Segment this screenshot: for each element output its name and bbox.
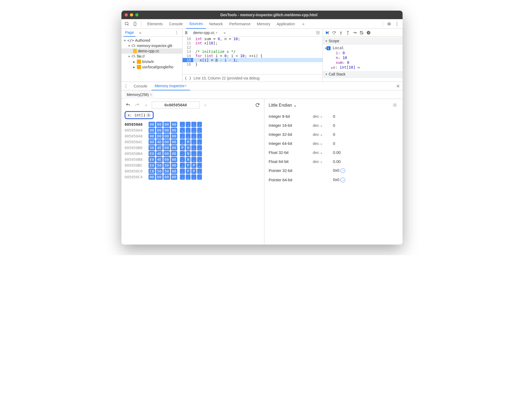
hex-byte[interactable]: 00 [163, 157, 170, 162]
hex-byte[interactable]: E0 [149, 157, 155, 162]
tab-memory-inspector[interactable]: Memory Inspector × [151, 82, 190, 90]
tab-performance[interactable]: Performance [226, 19, 253, 29]
hex-byte[interactable]: 00 [156, 174, 163, 180]
ascii-byte[interactable]: . [180, 174, 185, 180]
hex-byte[interactable]: 00 [156, 122, 163, 127]
minimize-icon[interactable] [130, 13, 133, 16]
hex-byte[interactable]: 00 [171, 139, 178, 145]
ascii-byte[interactable]: . [186, 174, 191, 180]
gear-icon[interactable] [391, 102, 398, 108]
memory-icon[interactable]: ▭ [358, 65, 360, 69]
ascii-byte[interactable]: . [191, 139, 196, 145]
hex-byte[interactable]: 00 [163, 151, 170, 156]
ascii-byte[interactable]: . [180, 133, 185, 139]
hex-byte[interactable]: 50 [156, 169, 163, 174]
ascii-byte[interactable]: . [180, 169, 185, 174]
ascii-byte[interactable]: . [180, 151, 185, 156]
ascii-byte[interactable]: . [197, 169, 202, 174]
scope-header[interactable]: ▼Scope [323, 38, 403, 44]
format-select[interactable]: dec ⌄ [313, 150, 329, 155]
tree-file-demo-cpp[interactable]: demo-cpp.cc [121, 48, 182, 54]
ascii-byte[interactable]: P [191, 169, 196, 174]
tab-sources[interactable]: Sources [186, 19, 206, 29]
hex-byte[interactable]: 80 [149, 139, 155, 145]
device-icon[interactable] [132, 20, 138, 27]
code-line[interactable]: 13/* initialize x */ [183, 49, 323, 54]
hex-byte[interactable]: 00 [163, 122, 170, 127]
hex-byte[interactable]: E0 [149, 163, 155, 168]
tab-page[interactable]: Page [124, 29, 136, 37]
run-snippet-icon[interactable] [315, 29, 322, 36]
address-input[interactable] [152, 102, 200, 108]
ascii-byte[interactable]: . [186, 128, 191, 133]
ascii-byte[interactable]: . [191, 157, 196, 162]
ascii-byte[interactable]: . [191, 174, 196, 180]
hex-byte[interactable]: 00 [171, 128, 178, 133]
ascii-byte[interactable]: . [197, 163, 202, 168]
hex-byte[interactable]: 00 [171, 151, 178, 156]
hex-byte[interactable]: 00 [163, 128, 170, 133]
ascii-byte[interactable]: N [186, 151, 191, 156]
hex-byte[interactable]: 4E [156, 145, 163, 150]
hex-byte[interactable]: 00 [171, 163, 178, 168]
format-select[interactable]: dec ⌄ [313, 132, 329, 137]
ascii-byte[interactable]: N [186, 157, 191, 162]
code-line[interactable]: 15 x[i] = n - i - 1; [183, 58, 323, 62]
hex-byte[interactable]: 00 [171, 145, 178, 150]
pretty-print-icon[interactable]: { } [185, 76, 191, 80]
hex-byte[interactable]: 00 [156, 128, 163, 133]
hex-byte[interactable]: 00 [171, 174, 178, 180]
hex-byte[interactable]: C8 [149, 169, 155, 174]
tab-application[interactable]: Application [273, 19, 298, 29]
ascii-byte[interactable]: . [191, 151, 196, 156]
ascii-byte[interactable]: . [186, 133, 191, 139]
ascii-byte[interactable]: P [191, 163, 196, 168]
format-select[interactable]: dec ⌄ [313, 123, 329, 128]
ascii-byte[interactable]: . [191, 145, 196, 150]
hex-byte[interactable]: 00 [163, 139, 170, 145]
scope-var[interactable]: ▶x: int[10] ▭ [331, 65, 400, 70]
hex-byte[interactable]: 00 [171, 133, 178, 139]
format-select[interactable]: dec ⌄ [313, 159, 329, 164]
code-line[interactable]: 14for (int i = 0; i < 10; ++i) { [183, 54, 323, 58]
code-body[interactable]: 10int sum = 0, n = 10;11int x[10];1213/*… [183, 37, 323, 74]
ascii-byte[interactable]: . [197, 133, 202, 139]
hex-byte[interactable]: 4E [156, 157, 163, 162]
close-drawer-icon[interactable] [395, 83, 402, 90]
kebab-icon[interactable] [394, 20, 400, 27]
hex-byte[interactable]: 00 [171, 157, 178, 162]
tab-network[interactable]: Network [206, 19, 226, 29]
step-out-icon[interactable] [345, 29, 351, 36]
ascii-byte[interactable]: . [186, 122, 191, 127]
format-select[interactable]: dec ⌄ [313, 141, 329, 146]
nav-back-icon[interactable] [184, 29, 191, 36]
prev-page-icon[interactable]: ‹ [143, 102, 150, 108]
ascii-byte[interactable]: P [186, 169, 191, 174]
step-over-icon[interactable] [331, 29, 337, 36]
hex-byte[interactable]: 00 [163, 174, 170, 180]
tab-overflow[interactable]: » [220, 28, 229, 37]
jump-to-address-icon[interactable]: → [340, 178, 345, 182]
hex-byte[interactable]: 4E [156, 151, 163, 156]
format-select[interactable]: dec ⌄ [313, 114, 329, 119]
close-icon[interactable]: × [184, 84, 187, 88]
resume-icon[interactable] [324, 29, 330, 36]
ascii-byte[interactable]: . [180, 122, 185, 127]
step-icon[interactable] [352, 29, 358, 36]
object-chip[interactable]: x: int[1 × [125, 111, 154, 119]
ascii-byte[interactable]: . [191, 128, 196, 133]
close-icon[interactable]: × [215, 31, 218, 35]
ascii-byte[interactable]: . [191, 133, 196, 139]
kebab-icon[interactable] [173, 29, 180, 36]
code-line[interactable]: 12 [183, 45, 323, 49]
code-line[interactable]: 10int sum = 0, n = 10; [183, 37, 323, 41]
deactivate-breakpoints-icon[interactable] [358, 29, 365, 36]
ascii-byte[interactable]: . [197, 151, 202, 156]
ascii-byte[interactable]: . [197, 174, 202, 180]
ascii-byte[interactable]: . [180, 163, 185, 168]
gear-icon[interactable] [386, 20, 392, 27]
tree-folder[interactable]: ▶ b/s/w/ir [121, 59, 182, 64]
ascii-byte[interactable]: . [180, 139, 185, 145]
tab-memory[interactable]: Memory [254, 19, 274, 29]
ascii-byte[interactable]: N [186, 145, 191, 150]
